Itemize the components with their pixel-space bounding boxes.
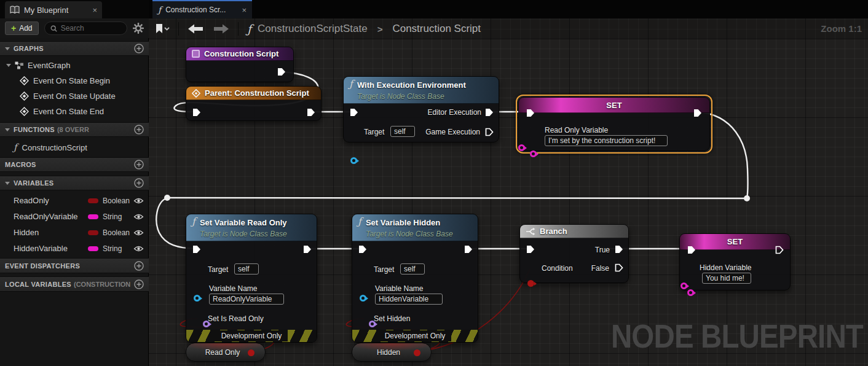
section-variables[interactable]: VARIABLES [0, 176, 149, 190]
node-title: Set Variable Read Only [200, 218, 287, 227]
collapse-arrow-icon[interactable] [6, 64, 11, 67]
variable-row-hidden[interactable]: Hidden Boolean [0, 225, 149, 240]
variable-name-field[interactable] [209, 294, 284, 305]
add-macro-icon[interactable] [134, 160, 144, 169]
section-local-variables[interactable]: LOCAL VARIABLES (CONSTRUCTIONS [0, 276, 149, 292]
node-set-variable-hidden[interactable]: ƒ Set Variable Hidden Target is Node Cla… [352, 214, 478, 343]
node-title: Construction Script [204, 49, 278, 58]
node-header: ƒ With Execution Environment Target is N… [344, 77, 499, 104]
node-branch[interactable]: Branch True Condition False [519, 224, 629, 283]
add-button-label: Add [19, 24, 32, 33]
node-set-read-only-variable[interactable]: SET Read Only Variable [518, 97, 710, 151]
exec-output-pin[interactable] [307, 108, 315, 117]
add-graph-icon[interactable] [134, 44, 144, 53]
back-arrow-icon[interactable] [187, 24, 203, 34]
exec-input-pin[interactable] [687, 246, 696, 254]
target-value-field[interactable] [234, 263, 259, 274]
add-button[interactable]: + Add [5, 21, 39, 35]
eye-icon[interactable] [133, 229, 144, 236]
search-input[interactable] [61, 24, 121, 33]
section-event-dispatchers[interactable]: EVENT DISPATCHERS [0, 258, 149, 273]
exec-output-pin[interactable] [693, 109, 702, 117]
sidebar-tab-close-icon[interactable]: × [92, 6, 97, 15]
target-value-field[interactable] [400, 263, 425, 274]
my-blueprint-tab[interactable]: My Blueprint × [5, 1, 102, 18]
chevron-right-icon: > [377, 24, 383, 34]
bookmark-icon[interactable] [155, 23, 170, 34]
node-set-variable-read-only[interactable]: ƒ Set Variable Read Only Target is Node … [186, 214, 317, 343]
string-value-field[interactable] [545, 135, 668, 146]
bool-output-pin[interactable] [414, 349, 420, 356]
function-entry-icon [192, 50, 200, 58]
exec-output-pin-game[interactable] [485, 128, 494, 136]
string-output-pin[interactable] [518, 144, 525, 151]
node-get-read-only[interactable]: Read Only [186, 343, 266, 362]
sidebar-item-event-on-state-begin[interactable]: Event On State Begin [0, 74, 149, 88]
sidebar-item-event-on-state-update[interactable]: Event On State Update [0, 89, 149, 103]
book-icon [10, 6, 20, 14]
node-get-hidden[interactable]: Hidden [352, 343, 432, 362]
string-input-pin[interactable] [530, 150, 537, 157]
target-input-pin[interactable] [350, 157, 357, 164]
breadcrumb-root[interactable]: ConstructionScriptState [258, 23, 368, 35]
target-input-pin[interactable] [360, 295, 366, 302]
sidebar-item-constructionscript[interactable]: ƒ ConstructionScript [0, 140, 149, 155]
variable-name-field[interactable] [375, 294, 443, 305]
graph-tab-close-icon[interactable]: × [242, 6, 247, 15]
collapse-arrow-icon[interactable] [5, 182, 10, 185]
section-functions[interactable]: FUNCTIONS (8 OVERR [0, 122, 149, 137]
add-variable-icon[interactable] [134, 178, 144, 188]
exec-input-pin[interactable] [192, 245, 201, 254]
eye-icon[interactable] [133, 197, 144, 204]
exec-input-pin[interactable] [350, 108, 358, 117]
sidebar-item-event-on-state-end[interactable]: Event On State End [0, 104, 149, 119]
exec-output-pin[interactable] [303, 245, 312, 254]
exec-output-pin-true[interactable] [615, 245, 623, 254]
add-local-variable-icon[interactable] [134, 279, 144, 289]
string-value-field[interactable] [702, 273, 751, 284]
string-output-pin[interactable] [681, 282, 687, 289]
exec-output-pin[interactable] [775, 246, 784, 254]
node-set-hidden-variable[interactable]: SET Hidden Variable [679, 233, 791, 290]
construction-script-tab[interactable]: ƒ Construction Scr... × [152, 0, 252, 18]
blueprint-graph-canvas[interactable]: ƒ ConstructionScriptState > Construction… [149, 18, 868, 366]
sidebar-item-eventgraph[interactable]: EventGraph [0, 58, 149, 72]
variable-name: ReadOnly [14, 196, 88, 205]
eye-icon[interactable] [133, 245, 144, 252]
exec-output-pin-editor[interactable] [485, 108, 494, 117]
variable-row-readonlyvariable[interactable]: ReadOnlyVariable String [0, 209, 149, 224]
gear-icon[interactable] [133, 23, 144, 34]
reroute-node[interactable] [164, 195, 170, 201]
node-with-execution-environment[interactable]: ƒ With Execution Environment Target is N… [343, 76, 499, 142]
variable-row-hiddenvariable[interactable]: HiddenVariable String [0, 241, 149, 256]
target-value-field[interactable] [390, 126, 415, 137]
exec-output-pin[interactable] [277, 68, 286, 76]
variable-row-readonly[interactable]: ReadOnly Boolean [0, 193, 149, 208]
bool-output-pin[interactable] [248, 349, 254, 356]
forward-arrow-icon[interactable] [213, 24, 229, 34]
collapse-arrow-icon[interactable] [5, 128, 10, 131]
add-function-icon[interactable] [134, 125, 144, 134]
section-macros[interactable]: MACROS [0, 157, 149, 172]
node-construction-script[interactable]: Construction Script [186, 47, 294, 82]
target-input-pin[interactable] [194, 295, 200, 302]
node-title: Hidden [377, 348, 400, 357]
exec-input-pin[interactable] [526, 109, 535, 117]
section-graphs[interactable]: GRAPHS [0, 41, 149, 56]
add-dispatcher-icon[interactable] [134, 261, 144, 271]
exec-output-pin-false[interactable] [615, 263, 623, 272]
string-input-pin[interactable] [687, 289, 694, 296]
exec-input-pin[interactable] [192, 108, 201, 117]
search-box[interactable] [44, 21, 127, 35]
node-title: SET [727, 237, 743, 246]
collapse-arrow-icon[interactable] [5, 47, 10, 50]
node-parent-construction-script[interactable]: Parent: Construction Script [186, 86, 322, 121]
variable-type: Boolean [103, 228, 133, 237]
condition-input-pin[interactable] [527, 280, 534, 287]
eye-icon[interactable] [133, 213, 144, 220]
exec-input-pin[interactable] [526, 245, 535, 254]
exec-input-pin[interactable] [358, 245, 367, 254]
reroute-node[interactable] [744, 195, 750, 201]
exec-output-pin[interactable] [464, 245, 473, 254]
zoom-level-label: Zoom 1:1 [821, 23, 862, 34]
